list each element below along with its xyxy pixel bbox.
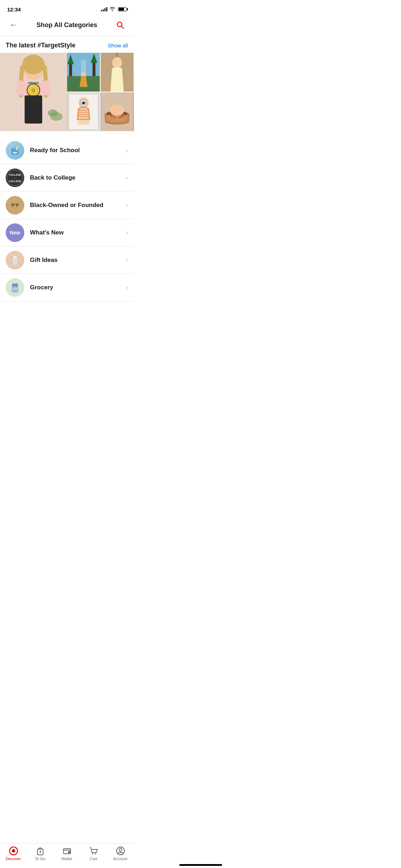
svg-text:NIRVANA: NIRVANA	[28, 82, 39, 84]
svg-text:New: New	[10, 230, 20, 236]
svg-point-42	[114, 117, 116, 119]
style-photo-grid[interactable]: ☺ NIRVANA	[0, 53, 134, 131]
chevron-school: ›	[126, 147, 128, 154]
svg-point-39	[110, 114, 113, 117]
status-bar: 12:34	[0, 0, 134, 16]
category-item-grocery[interactable]: milk Grocery ›	[0, 274, 134, 301]
category-list: Ready for School › COLLEGE · COLLEGE Bac…	[0, 137, 134, 301]
category-name-gift: Gift Ideas	[30, 257, 126, 264]
svg-point-26	[112, 57, 122, 68]
svg-point-4	[22, 55, 45, 74]
photo-cell-4[interactable]	[101, 92, 134, 131]
battery-icon	[118, 7, 127, 11]
chevron-college: ›	[126, 175, 128, 181]
svg-rect-33	[78, 114, 89, 115]
page-header: ← Shop All Categories	[0, 16, 134, 36]
chevron-black-owned: ›	[126, 202, 128, 208]
photo-cell-1[interactable]	[67, 53, 100, 92]
category-name-college: Back to College	[30, 174, 126, 181]
svg-point-41	[121, 114, 124, 117]
photo-main[interactable]: ☺ NIRVANA	[0, 53, 67, 131]
style-section-header: The latest #TargetStyle Show all	[0, 36, 134, 53]
category-name-black-owned: Black-Owned or Founded	[30, 202, 126, 209]
category-item-black-owned[interactable]: ♥♥ Black-Owned or Founded ›	[0, 192, 134, 219]
chevron-gift: ›	[126, 257, 128, 263]
svg-rect-46	[14, 147, 16, 150]
svg-rect-60	[14, 256, 16, 258]
svg-text:COLLEGE: COLLEGE	[9, 174, 21, 176]
category-icon-school	[6, 141, 24, 160]
svg-point-43	[119, 117, 121, 119]
status-icons	[101, 6, 127, 12]
svg-rect-32	[78, 112, 89, 113]
svg-point-36	[82, 102, 85, 104]
svg-point-10	[48, 109, 58, 117]
svg-rect-34	[78, 116, 89, 117]
svg-point-44	[110, 105, 124, 115]
category-icon-new: New	[6, 223, 24, 242]
photo-cell-2[interactable]	[101, 53, 134, 92]
svg-rect-7	[25, 95, 42, 124]
status-time: 12:34	[7, 6, 21, 12]
category-icon-grocery: milk	[6, 278, 24, 297]
category-name-school: Ready for School	[30, 147, 126, 154]
svg-rect-59	[12, 257, 17, 265]
search-icon	[116, 21, 124, 29]
photo-main-image: ☺ NIRVANA	[0, 53, 67, 131]
page-title: Shop All Categories	[36, 21, 97, 29]
category-item-new[interactable]: New What's New ›	[0, 219, 134, 247]
svg-rect-15	[69, 63, 72, 76]
svg-text:♥♥: ♥♥	[11, 201, 19, 209]
photo-cell-3[interactable]	[67, 92, 100, 131]
category-item-gift[interactable]: Gift Ideas ›	[0, 247, 134, 274]
category-item-school[interactable]: Ready for School ›	[0, 137, 134, 164]
svg-line-1	[121, 26, 124, 29]
back-arrow-icon: ←	[10, 20, 17, 30]
svg-text:·: ·	[15, 177, 15, 180]
svg-text:☺: ☺	[31, 87, 36, 93]
svg-rect-64	[12, 284, 18, 286]
category-icon-college: COLLEGE · COLLEGE	[6, 169, 24, 187]
wifi-icon	[109, 6, 115, 12]
svg-rect-31	[78, 109, 89, 110]
svg-text:COLLEGE: COLLEGE	[9, 180, 21, 182]
category-icon-black-owned: ♥♥	[6, 196, 24, 215]
chevron-grocery: ›	[126, 284, 128, 291]
search-button[interactable]	[114, 19, 127, 31]
chevron-new: ›	[126, 229, 128, 236]
category-icon-gift	[6, 251, 24, 269]
category-item-college[interactable]: COLLEGE · COLLEGE Back to College ›	[0, 164, 134, 192]
category-name-new: What's New	[30, 229, 126, 236]
svg-text:milk: milk	[13, 288, 17, 290]
svg-rect-47	[13, 152, 17, 154]
show-all-link[interactable]: Show all	[108, 42, 128, 48]
svg-rect-17	[92, 62, 95, 76]
back-button[interactable]: ←	[7, 19, 20, 31]
photo-grid-right	[67, 53, 134, 131]
signal-icon	[101, 7, 107, 11]
section-title: The latest #TargetStyle	[6, 42, 76, 49]
category-name-grocery: Grocery	[30, 284, 126, 291]
